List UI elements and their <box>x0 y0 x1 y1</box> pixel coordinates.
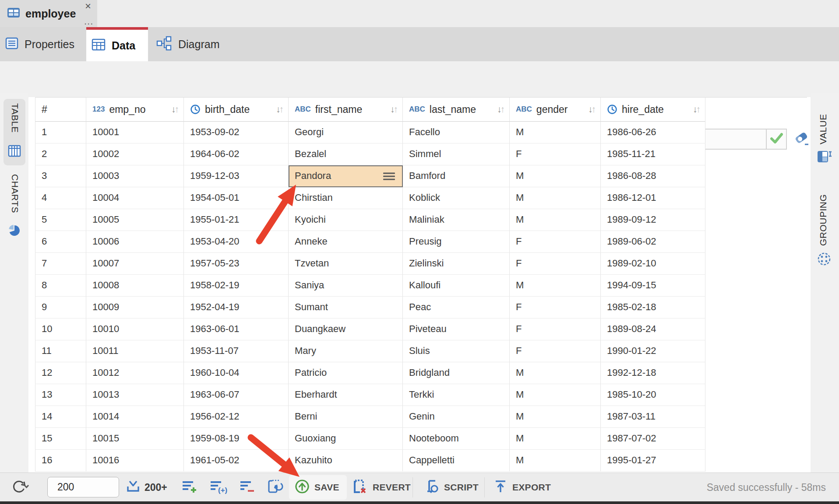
data-cell-hire_date[interactable]: 1985-11-21 <box>601 144 705 165</box>
refresh-button[interactable] <box>10 473 29 502</box>
data-cell-emp_no[interactable]: 10009 <box>86 297 184 318</box>
sort-icon[interactable]: ↓↑ <box>497 104 505 115</box>
data-cell-last_name[interactable]: Sluis <box>403 340 510 362</box>
row-number-cell[interactable]: 10 <box>35 318 86 340</box>
data-cell-gender[interactable]: M <box>510 450 601 472</box>
data-cell-emp_no[interactable]: 10004 <box>86 187 184 209</box>
data-cell-last_name[interactable]: Genin <box>403 406 510 428</box>
data-cell-first_name[interactable]: Guoxiang <box>289 428 403 450</box>
data-cell-hire_date[interactable]: 1986-08-28 <box>601 165 705 187</box>
data-cell-emp_no[interactable]: 10014 <box>86 406 184 428</box>
data-cell-hire_date[interactable]: 1990-01-22 <box>601 340 705 362</box>
tab-properties[interactable]: Properties <box>0 27 86 61</box>
column-header-gender[interactable]: ABCgender↓↑ <box>510 98 601 122</box>
duplicate-row-button[interactable]: (+) <box>209 473 229 502</box>
data-cell-first_name[interactable]: Tzvetan <box>289 253 403 275</box>
column-header-birth_date[interactable]: birth_date↓↑ <box>184 98 289 122</box>
data-cell-first_name[interactable]: Sumant <box>289 297 403 318</box>
data-cell-first_name[interactable]: Georgi <box>289 122 403 144</box>
data-cell-emp_no[interactable]: 10007 <box>86 253 184 275</box>
data-cell-last_name[interactable]: Peac <box>403 297 510 318</box>
data-cell-gender[interactable]: M <box>510 406 601 428</box>
data-cell-last_name[interactable]: Zielinski <box>403 253 510 275</box>
row-number-cell[interactable]: 4 <box>35 187 86 209</box>
data-cell-gender[interactable]: F <box>510 318 601 340</box>
data-cell-emp_no[interactable]: 10010 <box>86 318 184 340</box>
data-cell-first_name[interactable]: Mary <box>289 340 403 362</box>
data-cell-emp_no[interactable]: 10003 <box>86 165 184 187</box>
data-cell-birth_date[interactable]: 1953-11-07 <box>184 340 289 362</box>
row-number-cell[interactable]: 12 <box>35 362 86 384</box>
row-number-cell[interactable]: 15 <box>35 428 86 450</box>
data-cell-first_name[interactable]: Chirstian <box>289 187 403 209</box>
data-cell-hire_date[interactable]: 1986-12-01 <box>601 187 705 209</box>
data-cell-birth_date[interactable]: 1953-09-02 <box>184 122 289 144</box>
data-cell-birth_date[interactable]: 1964-06-02 <box>184 144 289 165</box>
table-grid-icon[interactable] <box>8 144 21 159</box>
data-cell-gender[interactable]: M <box>510 384 601 406</box>
panel-tab-value[interactable]: VALUE <box>818 114 828 144</box>
row-number-cell[interactable]: 6 <box>35 231 86 253</box>
data-cell-last_name[interactable]: Simmel <box>403 144 510 165</box>
row-number-cell[interactable]: 7 <box>35 253 86 275</box>
row-number-cell[interactable]: 8 <box>35 275 86 297</box>
row-number-cell[interactable]: 11 <box>35 340 86 362</box>
sort-icon[interactable]: ↓↑ <box>693 104 701 115</box>
delete-row-button[interactable] <box>239 473 256 502</box>
data-cell-gender[interactable]: F <box>510 340 601 362</box>
sort-icon[interactable]: ↓↑ <box>588 104 596 115</box>
data-cell-birth_date[interactable]: 1958-02-19 <box>184 275 289 297</box>
data-cell-last_name[interactable]: Cappelletti <box>403 450 510 472</box>
tab-diagram[interactable]: Diagram <box>151 27 245 61</box>
row-number-cell[interactable]: 16 <box>35 450 86 472</box>
value-panel-icon[interactable] <box>817 150 832 165</box>
data-cell-first_name[interactable]: Bezalel <box>289 144 403 165</box>
data-cell-birth_date[interactable]: 1952-04-19 <box>184 297 289 318</box>
row-limit-input[interactable] <box>47 477 119 497</box>
data-cell-gender[interactable]: M <box>510 165 601 187</box>
data-cell-hire_date[interactable]: 1986-06-26 <box>601 122 705 144</box>
data-cell-last_name[interactable]: Nooteboom <box>403 428 510 450</box>
fetch-more-button[interactable]: 200+ <box>125 473 167 502</box>
script-button[interactable]: SCRIPT <box>423 473 479 502</box>
data-cell-emp_no[interactable]: 10005 <box>86 209 184 231</box>
data-cell-birth_date[interactable]: 1954-05-01 <box>184 187 289 209</box>
data-cell-emp_no[interactable]: 10002 <box>86 144 184 165</box>
data-cell-first_name[interactable]: Anneke <box>289 231 403 253</box>
save-button[interactable]: SAVE <box>294 473 339 502</box>
data-cell-first_name[interactable]: Berni <box>289 406 403 428</box>
data-cell-hire_date[interactable]: 1989-06-02 <box>601 231 705 253</box>
presentation-tab-charts[interactable]: CHARTS <box>10 174 20 213</box>
data-cell-last_name[interactable]: Bamford <box>403 165 510 187</box>
data-cell-emp_no[interactable]: 10011 <box>86 340 184 362</box>
data-cell-hire_date[interactable]: 1994-09-15 <box>601 275 705 297</box>
data-cell-hire_date[interactable]: 1992-12-18 <box>601 362 705 384</box>
data-cell-last_name[interactable]: Preusig <box>403 231 510 253</box>
data-cell-last_name[interactable]: Terkki <box>403 384 510 406</box>
pie-chart-icon[interactable] <box>8 224 21 239</box>
data-cell-first_name[interactable]: Kyoichi <box>289 209 403 231</box>
column-header-last_name[interactable]: ABClast_name↓↑ <box>403 98 510 122</box>
data-cell-last_name[interactable]: Kalloufi <box>403 275 510 297</box>
data-cell-birth_date[interactable]: 1959-08-19 <box>184 428 289 450</box>
revert-button[interactable]: REVERT <box>352 473 411 502</box>
data-cell-first_name[interactable]: Eberhardt <box>289 384 403 406</box>
data-cell-hire_date[interactable]: 1995-01-27 <box>601 450 705 472</box>
sort-icon[interactable]: ↓↑ <box>171 104 179 115</box>
column-header-rownum[interactable]: # <box>35 98 86 122</box>
row-number-cell[interactable]: 14 <box>35 406 86 428</box>
data-cell-emp_no[interactable]: 10013 <box>86 384 184 406</box>
tab-data[interactable]: Data <box>86 27 148 61</box>
data-cell-hire_date[interactable]: 1989-02-10 <box>601 253 705 275</box>
data-cell-hire_date[interactable]: 1985-10-20 <box>601 384 705 406</box>
data-cell-gender[interactable]: M <box>510 209 601 231</box>
panel-tab-grouping[interactable]: GROUPING <box>818 194 828 246</box>
data-cell-birth_date[interactable]: 1955-01-21 <box>184 209 289 231</box>
data-cell-last_name[interactable]: Koblick <box>403 187 510 209</box>
row-number-cell[interactable]: 9 <box>35 297 86 318</box>
grouping-icon[interactable] <box>817 252 831 268</box>
data-cell-gender[interactable]: F <box>510 253 601 275</box>
data-cell-gender[interactable]: F <box>510 231 601 253</box>
close-icon[interactable]: × <box>85 1 91 11</box>
data-cell-birth_date[interactable]: 1953-04-20 <box>184 231 289 253</box>
